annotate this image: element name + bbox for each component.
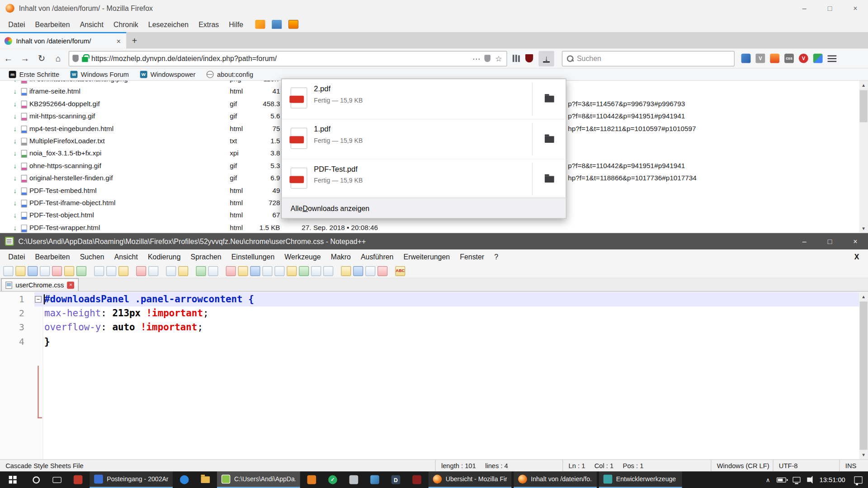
npp-menu-makro[interactable]: Makro [326, 250, 356, 263]
tracking-protection-icon[interactable] [72, 55, 78, 62]
home-button[interactable]: ⌂ [50, 50, 66, 67]
save-macro-icon[interactable] [377, 266, 387, 276]
code-editor[interactable]: 1−#downloadsPanel .panel-arrowcontent {2… [0, 292, 868, 460]
search-box-icon[interactable] [288, 20, 298, 29]
forum-link-fragment[interactable]: p?f=8&t=110442&p=941951#p941941 [568, 162, 685, 169]
npp-menu-kodierung[interactable]: Kodierung [143, 250, 186, 263]
show-all-characters-icon[interactable] [262, 266, 272, 276]
tab-userchrome-css[interactable]: userChrome.css × [1, 278, 79, 291]
scroll-up-icon[interactable]: ▲ [859, 81, 868, 90]
download-item[interactable]: 1.pdfFertig — 15,9 KB [282, 119, 566, 159]
code-line[interactable]: 4} [0, 334, 868, 348]
sync-scroll-v-icon[interactable] [226, 266, 236, 276]
close-button[interactable]: × [843, 0, 868, 17]
paste-icon[interactable] [118, 266, 128, 276]
npp-menu-ansicht[interactable]: Ansicht [109, 250, 143, 263]
action-center-icon[interactable] [854, 476, 862, 483]
open-containing-folder-button[interactable] [533, 160, 566, 199]
npp-maximize-button[interactable]: □ [817, 233, 842, 250]
indent-guide-icon[interactable] [274, 266, 284, 276]
editor-scrollbar[interactable]: ▲ ▼ [859, 292, 868, 460]
npp-menu-sprachen[interactable]: Sprachen [186, 250, 226, 263]
task-devtools[interactable]: Entwicklerwerkzeuge ... [599, 471, 682, 488]
forum-link-fragment[interactable]: p?f=8&t=110442&p=941951#p941941 [568, 113, 685, 120]
back-button[interactable]: ← [0, 50, 17, 67]
close-icon[interactable] [52, 266, 62, 276]
tab-close-icon[interactable]: × [115, 37, 122, 45]
search-input[interactable] [577, 54, 730, 62]
antivirus-icon[interactable]: ✓ [322, 471, 344, 488]
new-file-icon[interactable] [3, 266, 13, 276]
flame-icon[interactable] [770, 54, 779, 63]
notepadpp-titlebar[interactable]: C:\Users\Andi\AppData\Roaming\Mozilla\Fi… [0, 233, 868, 250]
page-shield-icon[interactable] [485, 55, 491, 62]
app-darkred-icon[interactable] [406, 471, 428, 488]
app-orange-icon[interactable] [301, 471, 322, 488]
menu-icon[interactable] [828, 55, 837, 62]
network-icon[interactable] [793, 477, 801, 483]
npp-tab-close-icon[interactable]: × [67, 282, 75, 289]
new-tab-button[interactable]: + [126, 33, 143, 48]
npp-menu-datei[interactable]: Datei [3, 250, 30, 263]
editor-scroll-up-icon[interactable]: ▲ [859, 292, 868, 301]
task-ff-uebersicht[interactable]: Übersicht - Mozilla Fir... [429, 471, 512, 488]
pencil-icon[interactable] [741, 54, 751, 63]
zoom-out-icon[interactable] [208, 266, 218, 276]
doc-switcher-icon[interactable] [311, 266, 321, 276]
cut-icon[interactable] [94, 266, 104, 276]
maximize-button[interactable]: □ [817, 0, 842, 17]
url-bar[interactable]: ⋯ ☆ [69, 51, 507, 66]
start-button[interactable] [0, 471, 25, 488]
file-row[interactable]: ↓PDF-Test-wrapper.htmlhtml1.5 KB27. Sep.… [0, 222, 868, 233]
find-icon[interactable] [166, 266, 176, 276]
npp-menu-suchen[interactable]: Suchen [75, 250, 109, 263]
translate-icon[interactable] [813, 54, 823, 63]
npp-menu-werkzeuge[interactable]: Werkzeuge [279, 250, 326, 263]
forum-link-fragment[interactable]: p?f=3&t=114567&p=996793#p996793 [568, 100, 685, 108]
replace-icon[interactable] [178, 266, 188, 276]
app-red-icon[interactable] [67, 471, 89, 488]
ff-menu-bearbeiten[interactable]: Bearbeiten [30, 18, 75, 31]
print-icon[interactable] [76, 266, 86, 276]
task-notepadpp[interactable]: C:\Users\Andi\AppDa... [217, 471, 300, 488]
open-containing-folder-button[interactable] [533, 119, 566, 159]
save-icon[interactable] [28, 266, 38, 276]
firefox-scrollbar[interactable]: ▲ ▼ [859, 81, 868, 233]
v-circle-icon[interactable]: V [799, 54, 808, 63]
show-all-downloads[interactable]: Alle Downloads anzeigen [282, 197, 566, 218]
ff-menu-chronik[interactable]: Chronik [108, 18, 143, 31]
taskbar-clock[interactable]: 13:51:00 [817, 476, 848, 483]
code-line[interactable]: 2max-height: 213px !important; [0, 306, 868, 320]
quill-icon[interactable] [364, 471, 386, 488]
explorer-icon[interactable] [195, 471, 216, 488]
npp-close-button[interactable]: × [843, 233, 868, 250]
open-file-icon[interactable] [15, 266, 25, 276]
code-line[interactable]: 1−#downloadsPanel .panel-arrowcontent { [0, 292, 868, 306]
undo-icon[interactable] [136, 266, 146, 276]
battery-icon[interactable] [777, 477, 786, 482]
ff-menu-lesezeichen[interactable]: Lesezeichen [143, 18, 193, 31]
browser-circle-icon[interactable] [174, 471, 195, 488]
ff-menu-datei[interactable]: Datei [3, 18, 30, 31]
npp-menu-fenster[interactable]: Fenster [455, 250, 489, 263]
npp-menu-erweiterungen[interactable]: Erweiterungen [398, 250, 455, 263]
play-macro-icon[interactable] [365, 266, 375, 276]
word-wrap-icon[interactable] [250, 266, 260, 276]
redo-icon[interactable] [148, 266, 158, 276]
npp-menu-?[interactable]: ? [489, 250, 503, 263]
doc-map-icon[interactable] [299, 266, 309, 276]
save-all-icon[interactable] [40, 266, 50, 276]
copy-icon[interactable] [106, 266, 116, 276]
reload-button[interactable]: ↻ [33, 50, 50, 67]
url-input[interactable] [91, 54, 468, 62]
tray-chevron-icon[interactable]: ∧ [766, 476, 770, 483]
volume-icon[interactable] [807, 478, 811, 482]
folder-icon[interactable] [272, 20, 282, 29]
editor-scroll-down-icon[interactable]: ▼ [859, 450, 868, 460]
forum-link-fragment[interactable]: hp?f=1&t=118211&p=1010597#p1010597 [568, 125, 696, 132]
zoom-in-icon[interactable] [196, 266, 206, 276]
scroll-down-icon[interactable]: ▼ [859, 224, 868, 233]
dictionary-icon[interactable]: D [385, 471, 406, 488]
npp-menu-einstellungen[interactable]: Einstellungen [226, 250, 280, 263]
fold-toggle[interactable]: − [35, 296, 42, 303]
